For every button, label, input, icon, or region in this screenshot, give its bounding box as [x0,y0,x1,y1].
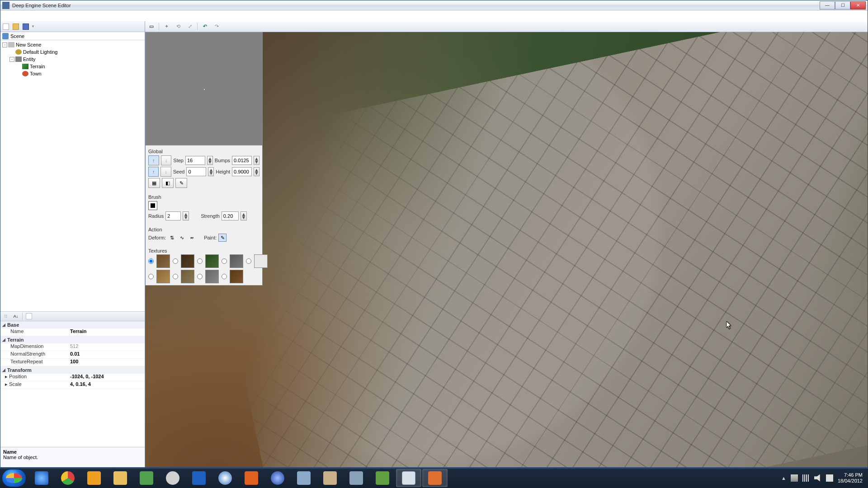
texture-swatch-grey[interactable] [205,270,219,283]
taskbar[interactable]: ▲ 7:46 PM 18/04/2012 [0,468,868,488]
texture-swatch-rock[interactable] [230,254,243,268]
sort-az-button[interactable]: A↓ [11,312,20,321]
close-button[interactable]: ✕ [850,1,866,9]
bumps-spinner[interactable]: ▲▼ [254,156,259,165]
texture-swatch-mix[interactable] [181,270,194,283]
prop-row-scale[interactable]: ▸ Scale4, 0.16, 4 [0,381,145,389]
deform-smooth-button[interactable]: ∿ [178,234,186,242]
paint-button[interactable]: ✎ [218,234,226,242]
prop-row-normalstrength[interactable]: NormalStrength0.01 [0,351,145,359]
bumps-input[interactable] [232,156,252,165]
texture-radio-7[interactable] [197,274,203,279]
property-grid[interactable]: ◢Base NameTerrain ◢Terrain MapDimension5… [0,321,145,447]
tree-node-town[interactable]: Town [1,70,144,77]
open-file-button[interactable] [11,22,20,31]
tool-a-button[interactable]: ▦ [148,178,160,188]
radius-spinner[interactable]: ▲▼ [183,211,189,221]
taskbar-clock[interactable]: 7:46 PM 18/04/2012 [838,472,863,484]
taskbar-itunes[interactable] [212,469,238,487]
texture-radio-4[interactable] [246,258,251,264]
taskbar-explorer[interactable] [108,469,133,487]
category-terrain[interactable]: ◢Terrain [0,336,145,343]
height-input[interactable] [232,167,252,176]
texture-swatch-dirt[interactable] [156,254,170,268]
dropdown-icon[interactable]: ▼ [31,24,35,28]
texture-swatch-wood[interactable] [230,270,243,283]
scale-tool-button[interactable]: ⤢ [185,22,194,31]
tree-node-entity[interactable]: - Entity [1,56,144,63]
texture-swatch-light[interactable] [254,254,268,268]
tray-flag-icon[interactable] [826,474,833,482]
rotate-tool-button[interactable]: ⟲ [174,22,183,31]
taskbar-scene-editor[interactable] [396,469,421,487]
taskbar-app1[interactable] [186,469,212,487]
tray-arrow-icon[interactable]: ▲ [781,475,786,481]
save-file-button[interactable] [21,22,30,31]
system-tray[interactable]: ▲ 7:46 PM 18/04/2012 [781,472,866,484]
scene-tree[interactable]: - New Scene - Default Lighting - Entity [0,40,145,311]
texture-radio-5[interactable] [148,274,154,279]
tray-wifi-icon[interactable] [802,474,810,482]
deform-flatten-button[interactable]: ≂ [188,234,196,242]
tray-volume-icon[interactable] [814,474,821,482]
brush-shape-button[interactable] [148,201,157,210]
tool-c-button[interactable]: ✎ [175,178,187,188]
axis-tool-button[interactable]: ✦ [162,22,171,31]
taskbar-search[interactable] [160,469,185,487]
maximize-button[interactable]: ☐ [835,1,850,9]
texture-radio-2[interactable] [197,258,203,264]
taskbar-ie[interactable] [29,469,54,487]
new-file-button[interactable] [1,22,10,31]
category-base[interactable]: ◢Base [0,321,145,328]
prop-pages-button[interactable] [24,312,33,321]
title-bar[interactable]: Deep Engine Scene Editor — ☐ ✕ [0,0,868,10]
taskbar-outlook[interactable] [81,469,107,487]
texture-radio-0[interactable] [148,258,154,264]
taskbar-app4[interactable] [291,469,316,487]
undo-button[interactable]: ↶ [200,22,209,31]
taskbar-chrome[interactable] [55,469,80,487]
taskbar-app7[interactable] [370,469,395,487]
prop-row-texturerepeat[interactable]: TextureRepeat100 [0,359,145,366]
randomize-button[interactable]: ↑ [148,167,159,177]
prop-row-name[interactable]: NameTerrain [0,328,145,336]
tree-node-terrain[interactable]: Terrain [1,63,144,70]
texture-radio-3[interactable] [222,258,227,264]
categorize-button[interactable]: ∷ [1,312,10,321]
reset-button[interactable]: ↓ [160,167,171,177]
taskbar-vs[interactable] [134,469,159,487]
texture-radio-6[interactable] [173,274,178,279]
taskbar-app6[interactable] [344,469,369,487]
strength-spinner[interactable]: ▲▼ [241,211,247,221]
taskbar-app2[interactable] [239,469,264,487]
tray-network-icon[interactable] [791,474,798,482]
minimize-button[interactable]: — [820,1,835,9]
expander-icon[interactable]: - [2,42,7,47]
texture-swatch-sand[interactable] [156,270,170,283]
height-spinner[interactable]: ▲▼ [254,167,259,176]
strength-input[interactable] [222,211,239,221]
lower-global-button[interactable]: ↓ [161,155,172,165]
tree-root[interactable]: - New Scene [1,41,144,48]
taskbar-app5[interactable] [317,469,343,487]
texture-radio-8[interactable] [222,274,227,279]
step-spinner[interactable]: ▲▼ [207,156,213,165]
taskbar-app3[interactable] [265,469,290,487]
tree-node-lighting[interactable]: - Default Lighting [1,48,144,56]
texture-radio-1[interactable] [173,258,178,264]
start-button[interactable] [2,469,26,487]
seed-input[interactable] [186,167,206,176]
texture-swatch-grass[interactable] [205,254,219,268]
texture-swatch-darkdirt[interactable] [181,254,194,268]
step-input[interactable] [185,156,205,165]
radius-input[interactable] [165,211,181,221]
expander-icon[interactable]: - [9,57,14,62]
category-transform[interactable]: ◢Transform [0,366,145,374]
prop-row-position[interactable]: ▸ Position-1024, 0, -1024 [0,374,145,381]
pointer-tool-button[interactable]: ▭ [147,22,156,31]
prop-row-mapdim[interactable]: MapDimension512 [0,343,145,351]
deform-updown-button[interactable]: ⇅ [168,234,176,242]
raise-global-button[interactable]: ↑ [148,155,159,165]
taskbar-app8[interactable] [422,469,448,487]
redo-button[interactable]: ↷ [212,22,221,31]
